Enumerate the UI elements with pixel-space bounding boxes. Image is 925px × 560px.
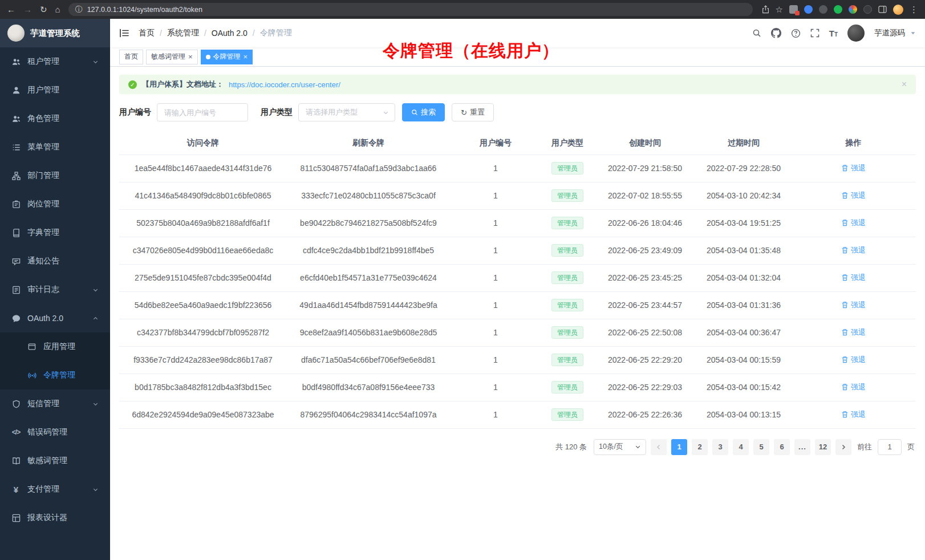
create-time-cell: 2022-06-25 23:44:57 [594, 291, 696, 319]
sidebar-item-notice[interactable]: 通知公告 [0, 247, 110, 275]
sidebar-item-menu[interactable]: 菜单管理 [0, 133, 110, 161]
success-check-icon: ✓ [128, 80, 137, 89]
caret-down-icon[interactable] [910, 30, 916, 36]
more-menu-icon[interactable]: ⋮ [910, 5, 918, 14]
fullscreen-icon[interactable] [810, 29, 819, 38]
force-logout-button[interactable]: 强退 [841, 382, 866, 392]
user-type-select[interactable]: 请选择用户类型 [298, 103, 395, 121]
sidebar-item-label: 通知公告 [27, 256, 59, 266]
profile-avatar[interactable] [893, 5, 903, 15]
page-button-3[interactable]: 3 [712, 439, 728, 455]
extension-green-icon[interactable] [834, 5, 842, 14]
app-logo[interactable]: 芋道管理系统 [0, 19, 110, 47]
sidebar-item-error-code[interactable]: </> 错误码管理 [0, 418, 110, 447]
more-pages-button[interactable]: ... [794, 439, 810, 455]
hamburger-icon[interactable] [119, 29, 129, 38]
sidebar-item-report[interactable]: 报表设计器 [0, 504, 110, 532]
forward-icon[interactable]: → [23, 5, 32, 14]
chevron-down-icon [92, 59, 99, 65]
user-id-cell: 1 [450, 264, 541, 291]
tab-label: 敏感词管理 [151, 52, 185, 62]
extension-dark-icon[interactable] [819, 5, 827, 14]
sidebar-item-label: 菜单管理 [27, 142, 59, 152]
tab-home[interactable]: 首页 [119, 50, 143, 64]
home-icon[interactable]: ⌂ [55, 5, 60, 14]
question-icon[interactable] [791, 29, 801, 38]
page-button-5[interactable]: 5 [753, 439, 769, 455]
force-logout-button[interactable]: 强退 [841, 218, 866, 228]
close-icon[interactable]: × [188, 53, 193, 60]
create-time-cell: 2022-07-02 18:55:55 [594, 182, 696, 209]
bookmark-star-icon[interactable]: ☆ [776, 5, 783, 14]
access-token-cell: c347026e805e4d99b0d116eae66eda8c [119, 237, 287, 264]
sidebar-item-dept[interactable]: 部门管理 [0, 161, 110, 190]
user-type-tag: 管理员 [551, 271, 583, 284]
sidebar-item-sms[interactable]: 短信管理 [0, 389, 110, 418]
breadcrumb-item: 令牌管理 [260, 28, 292, 38]
breadcrumb-item[interactable]: 首页 [139, 28, 155, 38]
sidebar-item-oauth2-token[interactable]: 令牌管理 [0, 361, 110, 389]
force-logout-button[interactable]: 强退 [841, 163, 866, 173]
force-logout-button[interactable]: 强退 [841, 273, 866, 283]
breadcrumb-item[interactable]: OAuth 2.0 [212, 29, 248, 38]
page-size-select[interactable]: 10条/页 [594, 439, 646, 455]
breadcrumb-item[interactable]: 系统管理 [167, 28, 199, 38]
force-logout-button[interactable]: 强退 [841, 355, 866, 365]
search-icon[interactable] [752, 29, 761, 38]
sidebar-item-pay[interactable]: ¥ 支付管理 [0, 475, 110, 504]
github-icon[interactable] [771, 28, 781, 38]
search-button[interactable]: 搜索 [402, 103, 445, 121]
side-panel-icon[interactable] [878, 6, 887, 13]
site-info-icon[interactable]: ⓘ [75, 6, 83, 13]
force-logout-button[interactable]: 强退 [841, 245, 866, 255]
user-id-input[interactable] [157, 103, 248, 121]
browser-chrome: ←→↻⌂ ⓘ 127.0.0.1:1024/system/oauth2/toke… [0, 0, 925, 19]
extension-blue-icon[interactable] [804, 5, 813, 14]
reload-icon[interactable]: ↻ [40, 5, 47, 14]
tab-oauth2-token[interactable]: 令牌管理× [201, 50, 253, 64]
sidebar-item-oauth2[interactable]: OAuth 2.0 [0, 304, 110, 332]
doc-link[interactable]: https://doc.iocoder.cn/user-center/ [229, 80, 340, 89]
url-bar[interactable]: ⓘ 127.0.0.1:1024/system/oauth2/token [68, 3, 753, 16]
close-icon[interactable]: × [902, 80, 907, 89]
refresh-icon: ↻ [461, 108, 467, 117]
back-icon[interactable]: ← [7, 5, 15, 14]
extension-gray-icon[interactable] [863, 5, 872, 14]
delete-icon [841, 328, 849, 336]
tenant-icon [11, 58, 21, 66]
page-button-4[interactable]: 4 [733, 439, 749, 455]
reset-button[interactable]: ↻ 重置 [452, 103, 494, 121]
tab-sensitive-word[interactable]: 敏感词管理× [146, 50, 198, 64]
page-button-1[interactable]: 1 [671, 439, 687, 455]
username: 芋道源码 [874, 28, 905, 38]
share-icon[interactable] [762, 5, 769, 14]
expire-time-cell: 2054-03-04 00:13:15 [696, 401, 791, 428]
extension-red-badge-icon[interactable] [789, 5, 798, 14]
next-page-button[interactable] [835, 439, 851, 455]
sidebar-item-role[interactable]: 角色管理 [0, 104, 110, 133]
sidebar-item-dict[interactable]: 字典管理 [0, 218, 110, 247]
expire-time-cell: 2054-03-04 01:31:36 [696, 291, 791, 319]
page-button-6[interactable]: 6 [774, 439, 790, 455]
sidebar-item-post[interactable]: 岗位管理 [0, 190, 110, 218]
force-logout-button[interactable]: 强退 [841, 327, 866, 338]
extension-color-icon[interactable] [849, 5, 857, 14]
prev-page-button[interactable] [651, 439, 667, 455]
user-avatar[interactable] [847, 25, 865, 42]
sidebar-item-label: 令牌管理 [43, 370, 75, 380]
sidebar-item-sensitive-word[interactable]: 敏感词管理 [0, 447, 110, 475]
force-logout-button[interactable]: 强退 [841, 300, 866, 310]
sidebar-item-oauth2-app[interactable]: 应用管理 [0, 332, 110, 361]
sidebar-item-audit-log[interactable]: 审计日志 [0, 275, 110, 304]
page-button-2[interactable]: 2 [692, 439, 708, 455]
force-logout-button[interactable]: 强退 [841, 190, 866, 201]
page-button-12[interactable]: 12 [815, 439, 831, 455]
sidebar-item-tenant[interactable]: 租户管理 [0, 47, 110, 76]
force-logout-button[interactable]: 强退 [841, 409, 866, 420]
textsize-icon[interactable]: TT [829, 29, 838, 38]
force-logout-label: 强退 [851, 355, 866, 365]
goto-page-input[interactable] [878, 439, 902, 455]
user-id-label: 用户编号 [119, 107, 151, 117]
close-icon[interactable]: × [244, 53, 248, 60]
sidebar-item-user[interactable]: 用户管理 [0, 76, 110, 104]
